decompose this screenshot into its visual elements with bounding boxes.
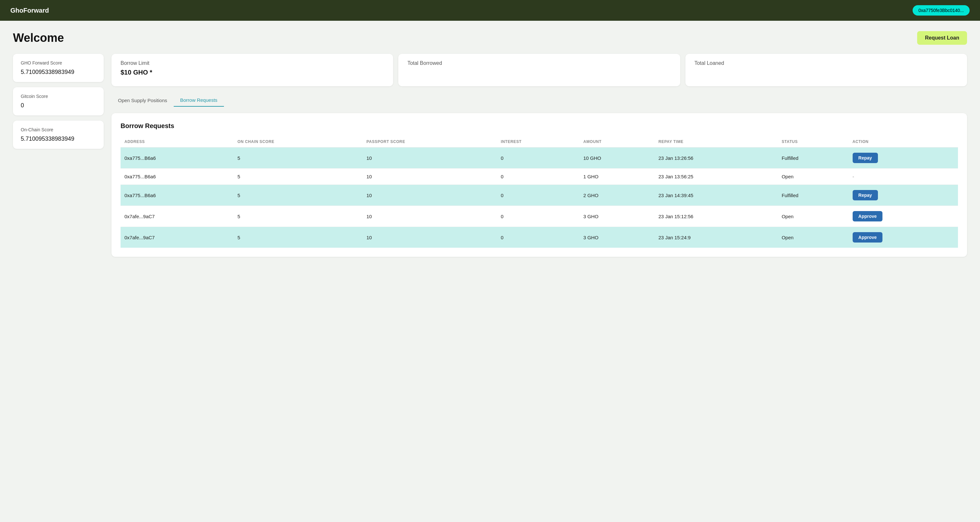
table-cell: 0xa775...B6a6 xyxy=(121,185,234,206)
action-cell: Repay xyxy=(849,185,958,206)
score-cards-column: GHO Forward Score 5.710095338983949 Gitc… xyxy=(13,54,104,149)
table-cell: 10 xyxy=(363,169,497,185)
table-row: 0x7afe...9aC751003 GHO23 Jan 15:24:9Open… xyxy=(121,227,958,248)
table-cell: 5 xyxy=(234,185,363,206)
table-title: Borrow Requests xyxy=(121,122,958,130)
app-header: GhoForward 0xa7750fe3Bbc0140... xyxy=(0,0,980,21)
table-header-row: ADDRESSON CHAIN SCOREPASSPORT SCOREINTER… xyxy=(121,136,958,147)
table-cell: 5 xyxy=(234,169,363,185)
borrow-requests-table: ADDRESSON CHAIN SCOREPASSPORT SCOREINTER… xyxy=(121,136,958,248)
action-cell: Approve xyxy=(849,206,958,227)
table-cell: 23 Jan 14:39:45 xyxy=(655,185,778,206)
stat-card-label: Total Loaned xyxy=(695,60,958,66)
page-header: Welcome Request Loan xyxy=(13,31,967,45)
table-head: ADDRESSON CHAIN SCOREPASSPORT SCOREINTER… xyxy=(121,136,958,147)
action-button-approve[interactable]: Approve xyxy=(853,211,883,222)
stat-card-label: Borrow Limit xyxy=(121,60,384,66)
col-header: AMOUNT xyxy=(579,136,655,147)
table-cell: 10 xyxy=(363,227,497,248)
dashboard-layout: GHO Forward Score 5.710095338983949 Gitc… xyxy=(13,54,967,257)
table-cell: 0 xyxy=(497,185,579,206)
table-cell: 0x7afe...9aC7 xyxy=(121,227,234,248)
score-card-value: 0 xyxy=(21,102,96,109)
score-card-value: 5.710095338983949 xyxy=(21,136,96,142)
table-cell: 0xa775...B6a6 xyxy=(121,169,234,185)
stats-row: Borrow Limit $10 GHO * Total Borrowed To… xyxy=(111,54,967,86)
col-header: STATUS xyxy=(778,136,849,147)
stat-card: Borrow Limit $10 GHO * xyxy=(111,54,393,86)
table-row: 0xa775...B6a6510010 GHO23 Jan 13:26:56Fu… xyxy=(121,147,958,169)
request-loan-button[interactable]: Request Loan xyxy=(917,31,967,45)
table-cell: 0 xyxy=(497,147,579,169)
page-title: Welcome xyxy=(13,31,64,45)
table-cell: Open xyxy=(778,227,849,248)
col-header: ACTION xyxy=(849,136,958,147)
table-cell: 23 Jan 15:12:56 xyxy=(655,206,778,227)
score-card: GHO Forward Score 5.710095338983949 xyxy=(13,54,104,82)
action-cell: Repay xyxy=(849,147,958,169)
action-button-approve[interactable]: Approve xyxy=(853,232,883,243)
table-cell: 5 xyxy=(234,227,363,248)
table-cell: 10 GHO xyxy=(579,147,655,169)
table-body: 0xa775...B6a6510010 GHO23 Jan 13:26:56Fu… xyxy=(121,147,958,248)
action-button-repay[interactable]: Repay xyxy=(853,190,878,200)
tab-open-supply-positions[interactable]: Open Supply Positions xyxy=(111,94,174,107)
score-card: Gitcoin Score 0 xyxy=(13,87,104,115)
table-cell: 23 Jan 15:24:9 xyxy=(655,227,778,248)
table-cell: 10 xyxy=(363,185,497,206)
tab-borrow-requests[interactable]: Borrow Requests xyxy=(174,94,224,107)
table-cell: 0xa775...B6a6 xyxy=(121,147,234,169)
wallet-badge[interactable]: 0xa7750fe3Bbc0140... xyxy=(913,5,970,16)
col-header: ADDRESS xyxy=(121,136,234,147)
table-cell: 5 xyxy=(234,147,363,169)
table-cell: 0 xyxy=(497,227,579,248)
content-area: Borrow Limit $10 GHO * Total Borrowed To… xyxy=(111,54,967,257)
table-cell: Open xyxy=(778,206,849,227)
action-cell: Approve xyxy=(849,227,958,248)
col-header: REPAY TIME xyxy=(655,136,778,147)
stat-card-label: Total Borrowed xyxy=(407,60,671,66)
col-header: PASSPORT SCORE xyxy=(363,136,497,147)
stat-card: Total Loaned xyxy=(686,54,967,86)
table-section: Borrow Requests ADDRESSON CHAIN SCOREPAS… xyxy=(111,113,967,257)
table-cell: 1 GHO xyxy=(579,169,655,185)
col-header: ON CHAIN SCORE xyxy=(234,136,363,147)
table-row: 0xa775...B6a651002 GHO23 Jan 14:39:45Ful… xyxy=(121,185,958,206)
table-cell: 3 GHO xyxy=(579,206,655,227)
table-cell: 23 Jan 13:26:56 xyxy=(655,147,778,169)
tabs-container: Open Supply PositionsBorrow Requests xyxy=(111,94,967,107)
table-row: 0xa775...B6a651001 GHO23 Jan 13:56:25Ope… xyxy=(121,169,958,185)
table-cell: 3 GHO xyxy=(579,227,655,248)
score-card-label: Gitcoin Score xyxy=(21,94,96,99)
action-button-repay[interactable]: Repay xyxy=(853,153,878,163)
score-card-label: GHO Forward Score xyxy=(21,60,96,65)
score-card: On-Chain Score 5.710095338983949 xyxy=(13,121,104,149)
table-cell: Fulfilled xyxy=(778,147,849,169)
table-cell: Open xyxy=(778,169,849,185)
table-row: 0x7afe...9aC751003 GHO23 Jan 15:12:56Ope… xyxy=(121,206,958,227)
table-cell: 0 xyxy=(497,206,579,227)
action-dash: - xyxy=(853,174,854,179)
table-cell: 2 GHO xyxy=(579,185,655,206)
stat-card: Total Borrowed xyxy=(398,54,680,86)
table-cell: 0x7afe...9aC7 xyxy=(121,206,234,227)
app-title: GhoForward xyxy=(10,7,49,14)
table-cell: 0 xyxy=(497,169,579,185)
score-card-label: On-Chain Score xyxy=(21,127,96,132)
table-cell: 10 xyxy=(363,147,497,169)
table-cell: 10 xyxy=(363,206,497,227)
stat-card-value: $10 GHO * xyxy=(121,69,384,76)
action-cell: - xyxy=(849,169,958,185)
col-header: INTEREST xyxy=(497,136,579,147)
main-content: Welcome Request Loan GHO Forward Score 5… xyxy=(0,21,980,267)
table-cell: 23 Jan 13:56:25 xyxy=(655,169,778,185)
table-cell: Fulfilled xyxy=(778,185,849,206)
score-card-value: 5.710095338983949 xyxy=(21,69,96,75)
table-cell: 5 xyxy=(234,206,363,227)
